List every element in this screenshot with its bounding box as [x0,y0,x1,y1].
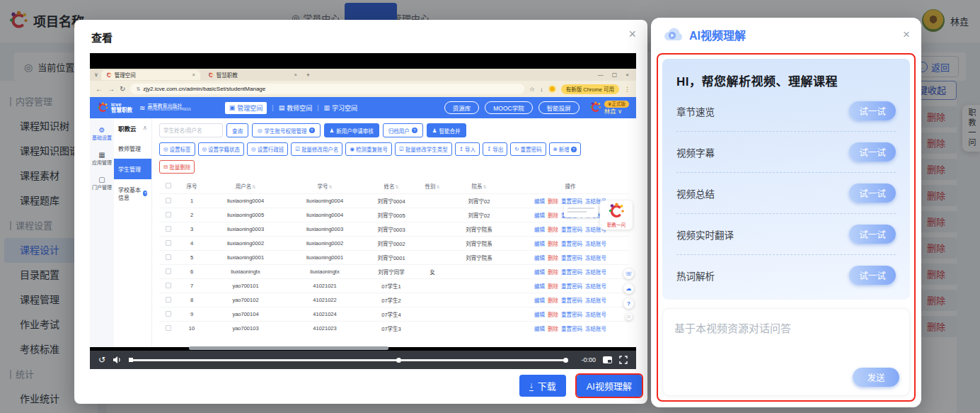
try-it-button[interactable]: 试一试 [849,183,896,203]
module-rail-item[interactable]: ⚙ 基础设置 [90,125,114,141]
edit-link[interactable]: 编辑 [534,241,545,247]
toolbar-chip-button[interactable]: ↻ 重置密码 ? [510,142,546,156]
try-it-button[interactable]: 试一试 [849,142,896,162]
site-user[interactable]: ♛正式版 林垚 ∨ [589,101,629,115]
column-header[interactable]: 性别⇅ [418,182,446,190]
site-pill-button[interactable]: 智能投屏 [538,101,580,114]
picture-in-picture-icon[interactable] [603,356,612,363]
reset-password-link[interactable]: 重置密码 [561,283,582,290]
edit-link[interactable]: 编辑 [534,269,545,276]
delete-link[interactable]: 删除 [548,312,558,318]
delete-link[interactable]: 删除 [548,326,558,332]
row-checkbox[interactable] [166,311,171,317]
edit-link[interactable]: 编辑 [534,198,545,205]
toolbar-button[interactable]: ♟ 智能合并 ? [427,123,466,137]
edit-link[interactable]: 编辑 [534,298,545,304]
edit-link[interactable]: 编辑 [534,227,545,233]
site-nav-item[interactable]: ▥学习空间 [324,103,358,113]
download-button[interactable]: ↓ 下载 [519,375,566,397]
row-checkbox[interactable] [166,268,171,274]
row-checkbox[interactable] [166,212,171,217]
ai-video-button[interactable]: AI视频理解 [577,375,642,397]
submenu-item[interactable]: 教师管理 ? [114,138,151,159]
submenu-item[interactable]: 学校基本信息 ? [114,179,151,208]
delete-link[interactable]: 删除 [548,198,558,205]
toolbar-chip-button[interactable]: ↧ 导出 ? [483,142,507,156]
reset-password-link[interactable]: 重置密码 [561,198,582,205]
edit-link[interactable]: 编辑 [534,326,545,332]
toolbar-chip-button[interactable]: ↥ 导入 ? [455,142,480,156]
select-all-checkbox[interactable] [166,183,171,188]
try-it-button[interactable]: 试一试 [849,266,896,285]
delete-link[interactable]: 删除 [548,241,558,247]
toolbar-button[interactable]: ♟ 新用户申请审核 ? [324,123,379,137]
delete-link[interactable]: 删除 [548,213,558,219]
batch-delete-button[interactable]: ⊟ 批量删除 [159,160,195,174]
column-header[interactable]: 姓名⇅ [364,182,418,190]
toolbar-chip-button[interactable]: ☑ 批量修改学生类型 ? [395,142,452,156]
playhead-handle[interactable] [129,358,133,362]
submenu-item[interactable]: 学生管理 ? [114,159,151,179]
row-checkbox[interactable] [166,240,171,246]
freeze-account-link[interactable]: 冻结账号 [585,255,606,261]
replay-icon[interactable]: ↺ [98,355,105,365]
toolbar-chip-button[interactable]: ☑ 批量修改用户名 ? [291,142,342,156]
column-header[interactable]: 院系⇅ [446,182,512,190]
ai-chat-card[interactable]: 基于本视频资源对话问答 发送 [662,308,910,396]
row-checkbox[interactable] [166,198,171,203]
freeze-account-link[interactable]: 冻结账号 [585,283,606,290]
student-search-input[interactable] [159,123,223,137]
edit-link[interactable]: 编辑 [534,255,545,261]
try-it-button[interactable]: 试一试 [849,101,896,120]
freeze-account-link[interactable]: 冻结账号 [585,269,606,276]
send-button[interactable]: 发送 [853,368,899,387]
site-nav-item-active[interactable]: ▣管理空间 [225,102,267,114]
row-checkbox[interactable] [166,325,171,331]
reset-password-link[interactable]: 重置密码 [561,241,582,247]
row-checkbox[interactable] [166,226,171,232]
reset-password-link[interactable]: 重置密码 [561,255,582,261]
reset-password-link[interactable]: 重置密码 [561,298,582,304]
delete-link[interactable]: 删除 [548,269,558,276]
video-player[interactable]: ∨ 管理空间 × 智慧职教 × + — ▢ × [90,53,636,369]
site-pill-button[interactable]: MOOC学院 [485,101,532,114]
toolbar-chip-button[interactable]: ◎ 设置行政班 ? [247,142,288,156]
freeze-account-link[interactable]: 冻结账号 [585,326,606,332]
column-header[interactable]: 用户名⇅ [206,182,285,190]
modal-close-icon[interactable]: × [628,27,636,42]
reset-password-link[interactable]: 重置密码 [561,227,582,233]
row-checkbox[interactable] [166,297,171,302]
cloud-download-icon[interactable]: ☁ [623,283,634,294]
freeze-account-link[interactable]: 冻结账号 [585,298,606,304]
settings-dot-icon[interactable]: ⊙ [626,313,633,320]
module-rail-item[interactable]: ▦ 应用管理 [90,150,114,166]
column-header[interactable]: 学号⇅ [285,182,364,190]
edit-link[interactable]: 编辑 [534,312,545,318]
delete-link[interactable]: 删除 [548,255,558,261]
column-header[interactable]: 操作⇅ [512,182,629,190]
help-icon[interactable]: ? [623,298,634,309]
edit-link[interactable]: 编辑 [534,283,545,290]
module-rail-item[interactable]: ▢ 门户管理 [90,175,114,191]
ai-panel-close-icon[interactable]: × [903,28,910,42]
site-nav-item[interactable]: ▤教师空间 [279,103,313,113]
toolbar-button[interactable]: ◎ 学生账号权限管理 ? [252,123,321,137]
row-checkbox[interactable] [166,254,171,260]
delete-link[interactable]: 删除 [548,283,558,290]
delete-link[interactable]: 删除 [548,298,558,304]
toolbar-chip-button[interactable]: ◎ 设置学籍状态 ? [198,142,245,156]
edit-link[interactable]: 编辑 [534,213,545,219]
reset-password-link[interactable]: 重置密码 [561,269,582,276]
horizontal-scrollbar[interactable] [189,346,388,350]
reset-password-link[interactable]: 重置密码 [561,312,582,318]
toolbar-chip-button[interactable]: ⊕ 新增 ? [549,142,581,156]
try-it-button[interactable]: 试一试 [849,225,896,244]
toolbar-button[interactable]: 查询 ? [226,123,248,137]
submenu-title-row[interactable]: 职教云 ∧ [114,118,151,138]
progress-track[interactable] [129,351,574,369]
chat-input-placeholder[interactable]: 基于本视频资源对话问答 [674,320,898,335]
delete-link[interactable]: 删除 [548,227,558,233]
toolbar-chip-button[interactable]: ◉ 检测重复账号 ? [345,142,392,156]
site-pill-button[interactable]: 资源库 [444,101,480,114]
freeze-account-link[interactable]: 冻结账号 [585,312,606,318]
